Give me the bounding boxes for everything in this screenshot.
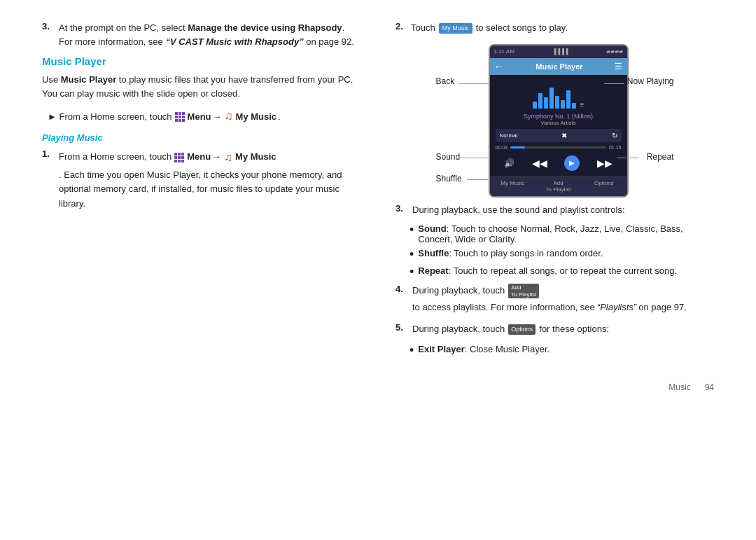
eq-bar-3 <box>544 97 548 109</box>
bullet-exit-player: • Exit Player: Close Music Player. <box>410 344 714 358</box>
back-label: Back <box>436 76 455 86</box>
step4-italic: “Playlists” <box>597 300 636 315</box>
step-2-content: Touch My Music to select songs to play. <box>411 21 568 36</box>
progress-bar-bg <box>510 146 606 148</box>
bullet-repeat-text: Repeat: Touch to repeat all songs, or to… <box>418 265 677 276</box>
status-time: 1:11 AM <box>494 48 514 55</box>
step-number-1: 1. <box>42 148 53 212</box>
eq-bar-4 <box>550 88 554 109</box>
progress-row: 00:03 01:15 <box>496 145 622 150</box>
music-player-body: Use Music Player to play music files tha… <box>42 73 360 101</box>
sound-label: Sound <box>436 152 461 162</box>
equalizer: ≡ <box>496 81 622 109</box>
step-number-2: 2. <box>396 21 407 32</box>
step-number-3r: 3. <box>396 203 407 217</box>
step4-text-pre: During playback, touch <box>412 284 505 298</box>
step-number-4: 4. <box>396 284 407 315</box>
from-home-pre: ► From a Home screen, touch <box>48 110 172 124</box>
mp-body-bold: Music Player <box>61 74 117 85</box>
playback-controls: 🔊 ◀◀ ▶ ▶▶ <box>496 153 622 174</box>
step-3-italic1: “V CAST Music with Rhapsody” <box>165 36 303 47</box>
song-title: Symphony No. 1 (Milton) <box>496 113 622 120</box>
bullet-repeat-content: : Touch to repeat all songs, or to repea… <box>449 265 677 276</box>
bullet-shuffle-bold: Shuffle <box>418 248 449 258</box>
step-4-content: During playback, touch Add To Playlist t… <box>412 284 714 315</box>
play-btn[interactable]: ▶ <box>564 155 580 171</box>
bullet-sound-bold: Sound <box>418 223 446 234</box>
step1-music-note: ♫ <box>224 148 232 167</box>
repeat-control-btn[interactable]: ↻ <box>612 132 617 139</box>
shuffle-line <box>467 179 488 180</box>
mp-body-pre: Use <box>42 74 61 85</box>
bullet-shuffle: • Shuffle: Touch to play songs in random… <box>410 248 714 262</box>
right-column: 2. Touch My Music to select songs to pla… <box>388 21 714 361</box>
eq-bar-6 <box>561 100 565 109</box>
left-column: 3. At the prompt on the PC, select Manag… <box>42 21 360 361</box>
music-note-icon: ♫ <box>225 108 233 125</box>
bullet-dot-sound: • <box>410 223 414 237</box>
bullet-dot-shuffle: • <box>410 248 414 262</box>
from-home-menu: Menu <box>188 110 211 124</box>
step-3-right: 3. During playback, use the sound and pl… <box>396 203 714 217</box>
step1-text-post: . Each time you open Music Player, it ch… <box>59 168 360 212</box>
step5-text-post: for these options: <box>539 322 609 337</box>
step-5: 5. During playback, touch Options for th… <box>396 322 714 337</box>
step-4: 4. During playback, touch Add To Playlis… <box>396 284 714 315</box>
tab-add-playlist[interactable]: Add To Playlist <box>536 177 581 196</box>
shuffle-control-btn[interactable]: ✖ <box>561 132 567 139</box>
tab-options[interactable]: Options <box>581 177 626 196</box>
phone-screen: 1:11 AM ▐▐▐▐ ▰▰▰▰ ← Music Player ☰ <box>489 44 629 198</box>
list-icon: ☰ <box>615 62 622 71</box>
volume-icon[interactable]: 🔊 <box>504 158 514 168</box>
status-bar: 1:11 AM ▐▐▐▐ ▰▰▰▰ <box>490 46 627 58</box>
next-btn[interactable]: ▶▶ <box>597 158 612 169</box>
playing-music-heading: Playing Music <box>42 132 360 143</box>
step-3-text-pre: At the prompt on the PC, select <box>59 22 188 33</box>
now-playing-label: Now Playing <box>627 76 674 86</box>
bullet-dot-exit: • <box>410 344 414 358</box>
footer-section: Music <box>668 382 690 392</box>
bullet-sound-content: : Touch to choose Normal, Rock, Jazz, Li… <box>418 223 682 244</box>
now-playing-line <box>604 83 624 84</box>
header-title: Music Player <box>536 62 582 71</box>
bottom-tabs: My Music Add To Playlist Options <box>490 176 627 196</box>
from-home-arrow: → <box>213 110 222 124</box>
back-line <box>458 83 490 84</box>
song-artist: Various Artists <box>496 120 622 126</box>
bullet-dot-repeat: • <box>410 265 414 279</box>
step4-text-post: to access playlists. For more informatio… <box>412 300 595 315</box>
bullets-section: • Sound: Touch to choose Normal, Rock, J… <box>410 223 714 279</box>
add-to-playlist-btn[interactable]: Add To Playlist <box>508 284 539 298</box>
step-3-content: At the prompt on the PC, select Manage t… <box>59 21 360 48</box>
step2-text-pre: Touch <box>411 21 435 36</box>
my-music-btn[interactable]: My Music <box>439 23 472 34</box>
back-button[interactable]: ← <box>494 61 504 72</box>
bullet-repeat-bold: Repeat <box>418 265 448 276</box>
exit-player-bold: Exit Player <box>418 344 465 354</box>
music-player-heading: Music Player <box>42 55 360 67</box>
controls-row: Normal ✖ ↻ <box>496 129 622 142</box>
prev-btn[interactable]: ◀◀ <box>532 158 547 169</box>
step5-bullets: • Exit Player: Close Music Player. <box>410 344 714 358</box>
status-battery-text: ▰▰▰▰ <box>606 48 623 55</box>
footer-page: 94 <box>705 382 714 392</box>
step-3-bold1: Manage the device using Rhapsody <box>188 22 342 33</box>
sound-control-label[interactable]: Normal <box>500 132 518 139</box>
tab-my-music[interactable]: My Music <box>490 177 536 196</box>
step1-arrow: → <box>212 150 221 165</box>
bullet-sound-text: Sound: Touch to choose Normal, Rock, Jaz… <box>418 223 714 244</box>
eq-bar-2 <box>538 93 542 109</box>
eq-bar-1 <box>533 102 537 109</box>
repeat-label: Repeat <box>647 152 674 162</box>
from-home-bullet: ► From a Home screen, touch Menu → ♫ My … <box>48 108 360 125</box>
options-btn[interactable]: Options <box>508 324 536 335</box>
phone-mockup: 1:11 AM ▐▐▐▐ ▰▰▰▰ ← Music Player ☰ <box>489 44 625 198</box>
step-3-text-post: on page 92. <box>304 36 354 47</box>
sound-line <box>460 158 488 158</box>
exit-player-text: : Close Music Player. <box>465 344 550 354</box>
step1-mymusic: My Music <box>235 150 276 165</box>
phone-body: ≡ Symphony No. 1 (Milton) Various Artist… <box>490 75 627 174</box>
step-2-row: 2. Touch My Music to select songs to pla… <box>396 21 714 36</box>
step5-text-pre: During playback, touch <box>412 322 505 337</box>
step-3: 3. At the prompt on the PC, select Manag… <box>42 21 360 48</box>
